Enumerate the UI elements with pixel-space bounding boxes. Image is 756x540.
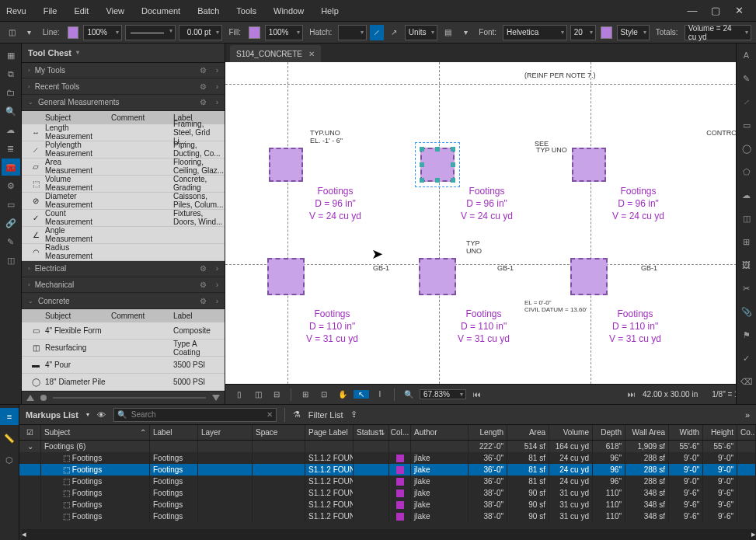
section-concrete[interactable]: ⌄Concrete⚙› (22, 293, 225, 309)
rrail-icon[interactable]: ☁ (737, 186, 756, 204)
bookmarks-icon[interactable]: ⧉ (2, 65, 20, 82)
rrail-icon[interactable]: ▭ (737, 117, 756, 134)
close-button[interactable]: ✕ (728, 3, 750, 19)
col-wall-area[interactable]: Wall Area (625, 425, 669, 440)
search-input[interactable]: 🔍 Search✕ (113, 408, 277, 422)
rrail-icon[interactable]: ✓ (737, 350, 756, 367)
tool-row[interactable]: ◯18" Diameter Pile5000 PSI (22, 374, 225, 391)
table-row[interactable]: ⬚ FootingsFootingsS1.1.2 FOUN...jlake38'… (19, 487, 756, 499)
footing-box[interactable] (570, 258, 608, 295)
export-icon[interactable]: ⇪ (350, 409, 357, 420)
gear-icon[interactable]: ⚙ (200, 98, 207, 106)
menu-tools[interactable]: Tools (236, 6, 256, 16)
fill-opacity[interactable]: 100% (265, 25, 303, 40)
measure-tool-icon[interactable]: ⟋ (370, 25, 384, 40)
markups-list-icon[interactable]: ≡ (0, 408, 19, 425)
section-recent-tools[interactable]: ›Recent Tools⚙› (22, 78, 225, 95)
split-v-icon[interactable]: ◫ (250, 390, 266, 399)
layers-icon[interactable]: ≣ (2, 140, 20, 157)
line-style[interactable] (125, 25, 176, 40)
3d-icon[interactable]: ⬡ (0, 451, 19, 469)
footing-box-selected[interactable] (420, 148, 455, 182)
thumbnails-icon[interactable]: ▦ (2, 47, 20, 64)
dropdown-icon[interactable]: ▾ (22, 25, 36, 40)
tool-chest-icon[interactable]: 🧰 (2, 159, 20, 176)
font-size[interactable]: 20 (570, 25, 596, 40)
rrail-icon[interactable]: ⌫ (737, 373, 756, 390)
gear-icon[interactable]: ⚙ (200, 280, 207, 289)
tool-row[interactable]: ⬚Volume MeasurementConcrete, Grading (22, 176, 225, 193)
sets-icon[interactable]: ◫ (2, 252, 20, 269)
first-page-icon[interactable]: ⏮ (469, 390, 485, 399)
gear-icon[interactable]: ⚙ (200, 297, 207, 305)
file-access-icon[interactable]: 🗀 (2, 84, 20, 101)
h-scrollbar[interactable]: ◂ ▸ (22, 529, 756, 540)
more-icon[interactable]: » (745, 410, 750, 420)
align-icon[interactable]: ▤ (441, 25, 455, 40)
menu-batch[interactable]: Batch (197, 6, 219, 16)
hatch-select[interactable] (338, 25, 367, 40)
col-subject[interactable]: Subject ⌃ (41, 425, 150, 440)
rrail-icon[interactable]: ✎ (737, 70, 756, 87)
rrail-icon[interactable]: ◫ (737, 210, 756, 227)
maximize-button[interactable]: ▢ (705, 3, 726, 19)
menu-file[interactable]: File (44, 6, 57, 16)
pan-icon[interactable]: ✋ (335, 390, 350, 399)
rrail-icon[interactable]: ◯ (737, 140, 756, 157)
select-icon[interactable]: ↖ (354, 390, 369, 399)
section-my-tools[interactable]: ›My Tools⚙› (22, 63, 225, 79)
rrail-icon[interactable]: ⬠ (737, 163, 756, 180)
table-row[interactable]: ⬚ FootingsFootingsS1.1.2 FOUN...jlake38'… (19, 499, 756, 510)
search-icon[interactable]: 🔍 (2, 103, 20, 120)
col-co[interactable]: Co... (737, 425, 756, 440)
col-page[interactable]: Page Label (305, 425, 354, 440)
footing-box[interactable] (419, 258, 456, 295)
menu-view[interactable]: View (106, 6, 124, 16)
section-general-measurements[interactable]: ⌄General Measurements⚙› (22, 95, 225, 111)
tool-row[interactable]: ∠Angle Measurement (22, 227, 225, 244)
gear-icon[interactable]: ⚙ (200, 264, 207, 273)
rrail-icon[interactable]: 🖼 (737, 256, 756, 273)
col-layer[interactable]: Layer (198, 425, 253, 440)
menu-help[interactable]: Help (321, 6, 339, 16)
arrow-tool-icon[interactable]: ↗ (387, 25, 401, 40)
style-select[interactable]: Style (617, 25, 650, 40)
line-color-swatch[interactable] (68, 26, 79, 39)
table-row[interactable]: ⬚ FootingsFootingsS1.1.2 FOUN...jlake36'… (19, 464, 756, 476)
table-row[interactable]: ⬚ FootingsFootingsS1.1.2 FOUN...jlake36'… (19, 476, 756, 487)
signatures-icon[interactable]: ✎ (2, 233, 20, 250)
panel-title[interactable]: Tool Chest (22, 44, 225, 63)
rrail-icon[interactable]: ⟋ (737, 93, 756, 110)
table-row[interactable]: ⬚ FootingsFootingsS1.1.2 FOUN...jlake38'… (19, 510, 756, 522)
last-page-icon[interactable]: ⏭ (624, 390, 639, 399)
tool-row[interactable]: ▬4" Pour3500 PSI (22, 357, 225, 374)
filter-label[interactable]: Filter List (308, 410, 343, 420)
studio-icon[interactable]: ☁ (2, 121, 20, 138)
line-opacity[interactable]: 100% (83, 25, 121, 40)
tool-row[interactable]: ✓Count MeasurementFixtures, Doors, Wind.… (22, 210, 225, 227)
properties-icon[interactable]: ◫ (5, 25, 19, 40)
rrail-icon[interactable]: A (737, 47, 756, 64)
zoom-icon[interactable]: 🔍 (401, 390, 416, 399)
fit-page-icon[interactable]: ⊞ (298, 390, 313, 399)
col-depth[interactable]: Depth (593, 425, 625, 440)
tool-row[interactable]: ▱Area MeasurementFlooring, Ceiling, Glaz… (22, 159, 225, 176)
col-space[interactable]: Space (253, 425, 305, 440)
tool-row[interactable]: ◠Radius Measurement (22, 244, 225, 261)
rrail-icon[interactable]: ✂ (737, 280, 756, 297)
col-height[interactable]: Height (703, 425, 737, 440)
tool-row[interactable]: ↔Length MeasurementFraming, Steel, Grid … (22, 124, 225, 141)
chevron-down-icon[interactable]: ▾ (86, 411, 89, 418)
tool-row[interactable]: ▭4" Flexible FormComposite (22, 322, 225, 340)
measurements-icon[interactable]: 📏 (0, 430, 19, 447)
section-mechanical[interactable]: ›Mechanical⚙› (22, 277, 225, 294)
col-volume[interactable]: Volume (549, 425, 593, 440)
units-select[interactable]: Units (405, 25, 438, 40)
document-tab[interactable]: S104_CONCRETE✕ (230, 45, 321, 62)
col-length[interactable]: Length (469, 425, 507, 440)
col-color[interactable]: Col... (389, 425, 411, 440)
table-row[interactable]: ⬚ FootingsFootingsS1.1.2 FOUN...jlake36'… (19, 452, 756, 464)
tool-row[interactable]: ⟋Polylength MeasurementPiping, Ducting, … (22, 141, 225, 159)
minimize-button[interactable]: — (681, 3, 703, 19)
icon-size-slider[interactable] (22, 391, 225, 404)
